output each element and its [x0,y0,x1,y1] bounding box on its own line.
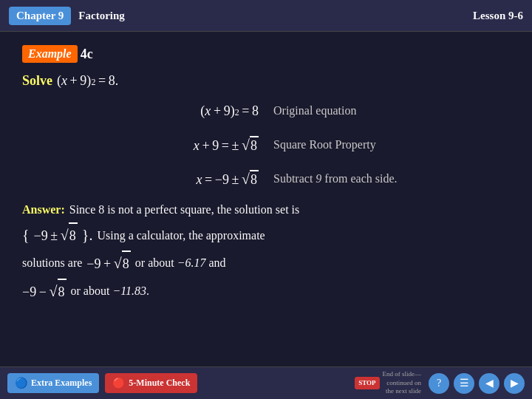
step-2-label: Square Root Property [273,138,510,151]
prev-button[interactable]: ◀ [479,373,499,394]
end-slide-container: STOP End of slide— continued on the next… [355,370,424,396]
answer-line3: solutions are −9 + √8 or about −6.17 and [22,250,510,276]
solution2-expr: −9 − √8 [22,279,66,304]
topic-label: Factoring [78,10,124,22]
step-1-row: (x + 9)2 = 8 Original equation [22,98,510,124]
step-1-expr: (x + 9)2 = 8 [22,103,273,119]
set-close-brace: }. [82,222,93,248]
step-2-expr: x + 9 = ± √8 [22,136,273,154]
example-label: Example [22,45,78,63]
answer-text2: Using a calculator, the approximate [97,225,265,245]
solution1-expr: −9 + √8 [86,250,131,276]
stop-badge: STOP [355,377,379,389]
bottom-left-buttons: 🔵 Extra Examples 🔴 5-Minute Check [7,373,197,393]
solve-word: Solve [22,73,52,89]
extra-examples-label: Extra Examples [31,378,92,389]
answer-line1: Answer: Since 8 is not a perfect square,… [22,200,510,219]
answer-word: Answer: [22,200,65,219]
five-min-check-button[interactable]: 🔴 5-Minute Check [105,373,197,393]
step-2-row: x + 9 = ± √8 Square Root Property [22,132,510,158]
bottom-right-controls: STOP End of slide— continued on the next… [355,370,525,396]
solve-equation: (x + 9)2 = 8. [57,73,118,89]
solve-line: Solve (x + 9)2 = 8. [22,73,510,89]
answer-or1: or about −6.17 and [135,253,226,273]
help-button[interactable]: ? [429,373,449,394]
top-bar-left: Chapter 9 Factoring [9,7,125,25]
menu-button[interactable]: ☰ [454,373,474,394]
step-3-expr: x = −9 ± √8 [22,170,273,188]
set-content: −9 ± √8 [34,222,78,248]
top-bar: Chapter 9 Factoring Lesson 9-6 [0,0,532,32]
extra-examples-icon: 🔵 [15,377,27,389]
step-3-label: Subtract 9 from each side. [273,172,510,185]
answer-section: Answer: Since 8 is not a perfect square,… [22,200,510,303]
main-content: Example 4c Solve (x + 9)2 = 8. (x + 9)2 … [0,32,532,310]
five-min-label: 5-Minute Check [129,378,190,389]
end-slide-text: End of slide— continued on the next slid… [383,370,422,396]
answer-solutions-text: solutions are [22,253,82,273]
next-button[interactable]: ▶ [504,373,525,394]
answer-line4: −9 − √8 or about −11.83. [22,279,510,304]
answer-set-line: { −9 ± √8 }. Using a calculator, the app… [22,222,510,248]
chapter-badge: Chapter 9 [9,7,71,25]
extra-examples-button[interactable]: 🔵 Extra Examples [7,373,99,393]
example-number: 4c [81,47,93,62]
bottom-bar: 🔵 Extra Examples 🔴 5-Minute Check STOP E… [0,366,532,399]
answer-text1: Since 8 is not a perfect square, the sol… [69,200,299,219]
answer-or2: or about −11.83. [71,281,149,301]
set-open-brace: { [22,222,30,248]
lesson-label: Lesson 9-6 [473,10,523,22]
step-3-row: x = −9 ± √8 Subtract 9 from each side. [22,166,510,192]
example-badge: Example 4c [22,45,93,63]
five-min-icon: 🔴 [112,377,125,389]
step-1-label: Original equation [273,104,510,117]
